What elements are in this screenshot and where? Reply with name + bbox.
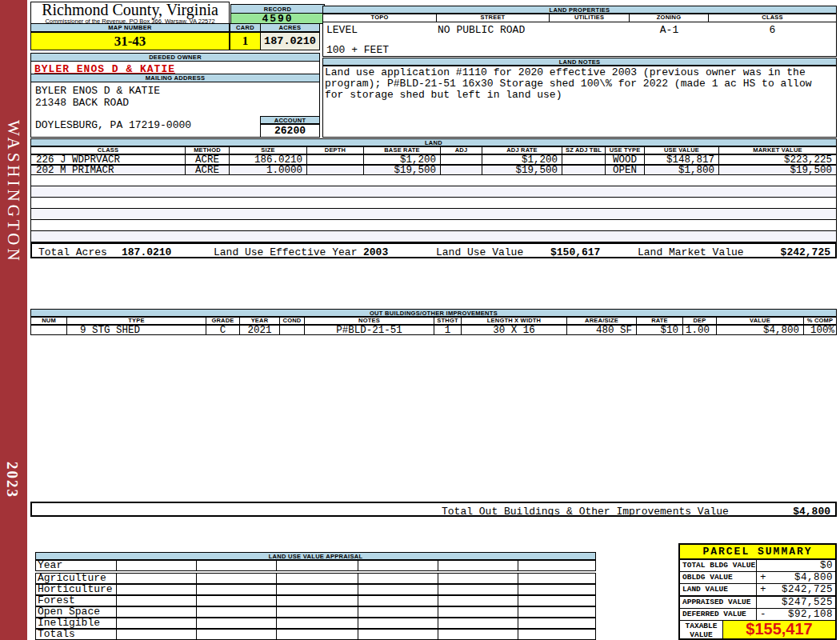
land-use-appraisal-title: LAND USE VALUE APPRAISAL bbox=[35, 552, 596, 560]
land-notes-line-3: for storage shed but left in land use) bbox=[325, 90, 834, 101]
account-label: ACCOUNT bbox=[260, 116, 320, 124]
summary-row-land-value: LAND VALUE +$242,725 bbox=[678, 584, 837, 596]
county-header-box: Richmond County, Virginia Commissioner o… bbox=[30, 2, 230, 24]
out-buildings-totals-row: Total Out Buildings & Other Improvements… bbox=[30, 502, 837, 517]
total-acres-label: Total Acres bbox=[38, 246, 107, 258]
mailing-city-line: DOYLESBURG, PA 17219-0000 bbox=[35, 119, 191, 131]
col-adj: ADJ bbox=[441, 147, 482, 154]
col-class: CLASS bbox=[31, 147, 186, 154]
col-size: SIZE bbox=[230, 147, 307, 154]
mailing-line-1: BYLER ENOS D & KATIE bbox=[35, 85, 160, 97]
parcel-summary-title: PARCEL SUMMARY bbox=[678, 543, 837, 560]
land-notes-title: LAND NOTES bbox=[322, 58, 837, 66]
land-totals-row: Total Acres 187.0210 Land Use Effective … bbox=[30, 242, 837, 258]
land-use-value-label: Land Use Value bbox=[436, 246, 523, 258]
out-buildings-row: 9 STG SHED C 2021 P#BLD-21-51 1 30 X 16 … bbox=[30, 325, 837, 335]
col-type: TYPE bbox=[67, 318, 206, 324]
land-table-header: CLASS METHOD SIZE DEPTH BASE RATE ADJ AD… bbox=[30, 146, 837, 154]
col-length-width: LENGTH X WIDTH bbox=[462, 318, 567, 324]
effective-year-value: 2003 bbox=[363, 246, 388, 258]
col-topo: TOPO bbox=[323, 14, 437, 22]
account-value: 26200 bbox=[260, 124, 320, 138]
taxable-value: $155,417 bbox=[723, 621, 835, 638]
county-title: Richmond County, Virginia bbox=[31, 2, 229, 18]
col-cond: COND bbox=[280, 318, 305, 324]
value: $0 bbox=[820, 560, 833, 571]
land-notes-line-2: program); P#BLD-21-51 16x30 Storage shed… bbox=[325, 78, 834, 90]
op: + bbox=[760, 572, 766, 583]
street-value: NO PUBLIC ROAD bbox=[438, 24, 525, 36]
col-pct-comp: % COMP bbox=[804, 318, 836, 324]
col-sz-adj-tbl: SZ ADJ TBL bbox=[562, 147, 606, 154]
effective-year-label: Land Use Effective Year bbox=[214, 246, 357, 258]
col-dep: DEP bbox=[683, 318, 717, 324]
col-sthgt: STHGT bbox=[434, 318, 462, 324]
land-empty-row bbox=[30, 231, 837, 242]
frontage-value: 100 + FEET bbox=[326, 44, 389, 56]
appraisal-row-ineligible: Ineligible bbox=[35, 618, 596, 629]
map-number-value: 31-43 bbox=[30, 32, 230, 50]
col-street: STREET bbox=[437, 14, 550, 22]
property-record-card: WASHINGTON 2023 Richmond County, Virgini… bbox=[0, 0, 840, 640]
land-table-title: LAND bbox=[30, 138, 837, 146]
topo-value: LEVEL bbox=[326, 24, 358, 36]
acres-label: ACRES bbox=[260, 23, 320, 32]
summary-row-appraised: APPRAISED VALUE $247,525 bbox=[678, 596, 837, 609]
card-label: CARD bbox=[230, 23, 261, 32]
out-buildings-total-label: Total Out Buildings & Other Improvements… bbox=[442, 506, 729, 518]
taxable-label-line2: VALUE bbox=[680, 630, 722, 639]
col-notes: NOTES bbox=[305, 318, 434, 324]
class-value: 6 bbox=[709, 24, 836, 36]
out-buildings-header: NUM TYPE GRADE YEAR COND NOTES STHGT LEN… bbox=[30, 317, 837, 325]
appraisal-row-year: Year bbox=[35, 560, 596, 571]
sidebar-year-label: 2023 bbox=[3, 462, 21, 498]
op: + bbox=[760, 584, 766, 595]
sidebar-banner: WASHINGTON 2023 bbox=[0, 0, 27, 640]
col-base-rate: BASE RATE bbox=[364, 147, 441, 154]
summary-row-taxable: TAXABLE VALUE $155,417 bbox=[678, 621, 837, 640]
record-value: 4590 bbox=[230, 13, 325, 24]
out-buildings-total-value: $4,800 bbox=[793, 506, 830, 518]
land-table-row: 202 M PRIMACR ACRE 1.0000 $19,500 $19,50… bbox=[30, 165, 837, 175]
col-num: NUM bbox=[31, 318, 67, 324]
land-empty-row bbox=[30, 186, 837, 198]
col-utilities: UTILITIES bbox=[550, 14, 630, 22]
appraisal-row-totals: Totals bbox=[35, 629, 596, 640]
value: $242,725 bbox=[782, 584, 833, 595]
land-empty-row bbox=[30, 175, 837, 186]
col-value: VALUE bbox=[717, 318, 804, 324]
zoning-value: A-1 bbox=[630, 24, 709, 36]
land-properties-body: LEVEL NO PUBLIC ROAD A-1 6 100 + FEET bbox=[322, 22, 837, 57]
land-table-row: 226 J WDPRVACR ACRE 186.0210 $1,200 $1,2… bbox=[30, 154, 837, 165]
land-empty-row bbox=[30, 220, 837, 231]
col-area-size: AREA/SIZE bbox=[567, 318, 637, 324]
col-rate: RATE bbox=[637, 318, 683, 324]
summary-row-total-bldg: TOTAL BLDG VALUE $0 bbox=[678, 560, 837, 572]
appraisal-row-forest: Forest bbox=[35, 595, 596, 606]
appraisal-row-horticulture: Horticulture bbox=[35, 584, 596, 595]
value: $4,800 bbox=[794, 572, 833, 583]
total-acres-value: 187.0210 bbox=[122, 246, 171, 258]
summary-row-obldg: OBLDG VALUE +$4,800 bbox=[678, 572, 837, 584]
land-market-value-label: Land Market Value bbox=[638, 246, 744, 258]
out-buildings-title: OUT BUILDINGS/OTHER IMPROVEMENTS bbox=[30, 309, 837, 317]
summary-row-deferred: DEFERRED VALUE -$92,108 bbox=[678, 609, 837, 621]
col-method: METHOD bbox=[186, 147, 230, 154]
value: $247,525 bbox=[782, 597, 833, 608]
op: - bbox=[760, 609, 766, 620]
land-properties-title: LAND PROPERTIES bbox=[322, 6, 837, 14]
sidebar-county-label: WASHINGTON bbox=[3, 120, 23, 264]
col-use-value: USE VALUE bbox=[645, 147, 719, 154]
col-depth: DEPTH bbox=[307, 147, 364, 154]
mailing-line-2: 21348 BACK ROAD bbox=[35, 97, 129, 109]
col-use-type: USE TYPE bbox=[606, 147, 645, 154]
land-empty-row bbox=[30, 198, 837, 209]
acres-value: 187.0210 bbox=[260, 32, 320, 50]
col-market-value: MARKET VALUE bbox=[719, 147, 836, 154]
land-notes-box: Land use application #1110 for 2020 effe… bbox=[322, 66, 837, 138]
land-use-value: $150,617 bbox=[550, 246, 600, 258]
land-empty-row bbox=[30, 209, 837, 220]
value: $92,108 bbox=[788, 609, 833, 620]
card-value: 1 bbox=[230, 32, 261, 50]
appraisal-row-open-space: Open Space bbox=[35, 606, 596, 618]
